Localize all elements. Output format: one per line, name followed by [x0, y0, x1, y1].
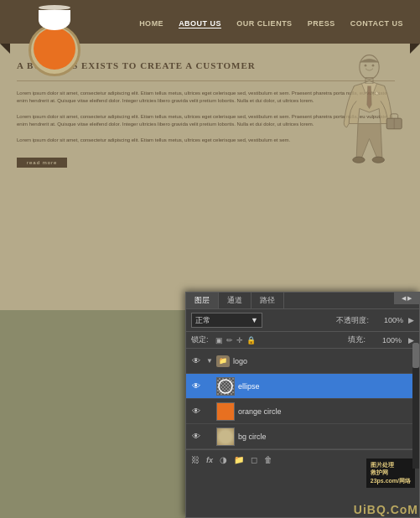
- svg-point-8: [219, 380, 232, 393]
- lock-all-icon[interactable]: 🔒: [246, 336, 256, 344]
- blend-mode-arrow: ▼: [251, 316, 258, 324]
- vintage-man-illustration: [324, 52, 407, 203]
- fill-value[interactable]: 100%: [372, 336, 402, 344]
- fx-icon[interactable]: fx: [206, 456, 213, 464]
- layer-bg-visibility[interactable]: 👁: [189, 430, 203, 443]
- nav-home[interactable]: HOME: [139, 19, 163, 28]
- nav-contact[interactable]: CONTACT US: [350, 19, 403, 28]
- layer-logo-visibility[interactable]: 👁: [189, 355, 203, 368]
- delete-layer-icon[interactable]: 🗑: [264, 455, 272, 464]
- new-group-icon[interactable]: 📁: [234, 455, 244, 464]
- nav-clients[interactable]: OUR CLIENTS: [236, 19, 293, 28]
- layer-ellipse-name: ellipse: [238, 382, 416, 391]
- tab-channels[interactable]: 通道: [219, 293, 251, 308]
- man-svg: [324, 52, 407, 203]
- nav-links: HOME ABOUT US OUR CLIENTS PRESS CONTACT …: [139, 19, 420, 28]
- lock-label: 锁定:: [191, 334, 209, 345]
- layer-orange-name: orange circle: [238, 407, 416, 416]
- layer-ellipse-thumbnail: [216, 377, 235, 396]
- blend-mode-value: 正常: [195, 315, 210, 326]
- layer-logo-name: logo: [233, 357, 416, 365]
- photoshop-panel: ◀ ▶ 图层 通道 路径 正常 ▼ 不透明度: 100% ▶ 锁定: ▣ ✏ ✛…: [185, 292, 420, 518]
- layer-logo[interactable]: 👁 ▼ 📁 logo: [186, 349, 419, 374]
- tab-layers[interactable]: 图层: [186, 293, 219, 308]
- collapse-right-icon: ▶: [407, 295, 412, 302]
- lock-row: 锁定: ▣ ✏ ✛ 🔒 填充: 100% ▶: [186, 332, 419, 349]
- lock-icons: ▣ ✏ ✛ 🔒: [215, 336, 256, 344]
- site-corner-label: UiBQ.CoM: [354, 503, 418, 516]
- ps-bottom-bar: ⛓ fx ◑ 📁 ◻ 🗑: [186, 449, 419, 469]
- lock-paint-icon[interactable]: ✏: [226, 336, 233, 344]
- bowl-body: [39, 10, 70, 30]
- svg-point-6: [365, 65, 367, 67]
- logo-bowl: [39, 5, 70, 30]
- lock-move-icon[interactable]: ✛: [236, 336, 243, 344]
- new-layer-icon[interactable]: ◻: [251, 455, 257, 464]
- collapse-left-icon: ◀: [402, 295, 406, 302]
- link-icon[interactable]: ⛓: [191, 455, 200, 464]
- layer-bg-circle[interactable]: 👁 bg circle: [186, 424, 419, 449]
- tab-paths[interactable]: 路径: [251, 293, 284, 308]
- layer-bg-name: bg circle: [238, 433, 416, 441]
- logo-container: [25, 5, 84, 76]
- panel-expand-controls[interactable]: ◀ ▶: [394, 293, 419, 304]
- svg-point-7: [372, 65, 375, 67]
- watermark-line2: 救护网: [371, 469, 411, 477]
- nav-about[interactable]: ABOUT US: [179, 19, 221, 28]
- layer-ellipse[interactable]: 👁 ellipse: [186, 374, 419, 399]
- layer-logo-expand-arrow[interactable]: ▼: [206, 357, 213, 365]
- svg-point-4: [353, 157, 365, 163]
- logo-orange-circle: [34, 28, 75, 70]
- opacity-label: 不透明度:: [336, 315, 369, 326]
- lock-transparency-icon[interactable]: ▣: [215, 336, 223, 344]
- layer-orange-circle[interactable]: 👁 orange circle 图片处理 救护网 23ps.com/网络: [186, 399, 419, 424]
- layer-logo-folder-icon: 📁: [216, 355, 230, 367]
- layer-orange-thumbnail: [216, 402, 235, 421]
- layer-ellipse-visibility[interactable]: 👁: [189, 380, 203, 393]
- opacity-arrow[interactable]: ▶: [408, 316, 414, 324]
- fill-label: 填充:: [348, 334, 366, 345]
- blend-mode-select[interactable]: 正常 ▼: [191, 313, 262, 328]
- opacity-value[interactable]: 100%: [374, 316, 403, 324]
- website-preview: HOME ABOUT US OUR CLIENTS PRESS CONTACT …: [0, 0, 420, 310]
- ps-tab-row: 图层 通道 路径: [186, 293, 419, 309]
- svg-point-5: [372, 157, 384, 163]
- read-more-button[interactable]: read more: [17, 158, 67, 168]
- nav-press[interactable]: PRESS: [308, 19, 335, 28]
- layer-bg-thumbnail: [216, 427, 235, 446]
- layers-scrollbar[interactable]: [412, 343, 419, 469]
- watermark-line3: 23ps.com/网络: [371, 477, 411, 485]
- new-fill-icon[interactable]: ◑: [220, 455, 227, 464]
- scrollbar-thumb[interactable]: [412, 343, 419, 368]
- blend-mode-row: 正常 ▼ 不透明度: 100% ▶: [186, 309, 419, 332]
- layer-orange-visibility[interactable]: 👁: [189, 405, 203, 418]
- svg-point-0: [360, 55, 379, 80]
